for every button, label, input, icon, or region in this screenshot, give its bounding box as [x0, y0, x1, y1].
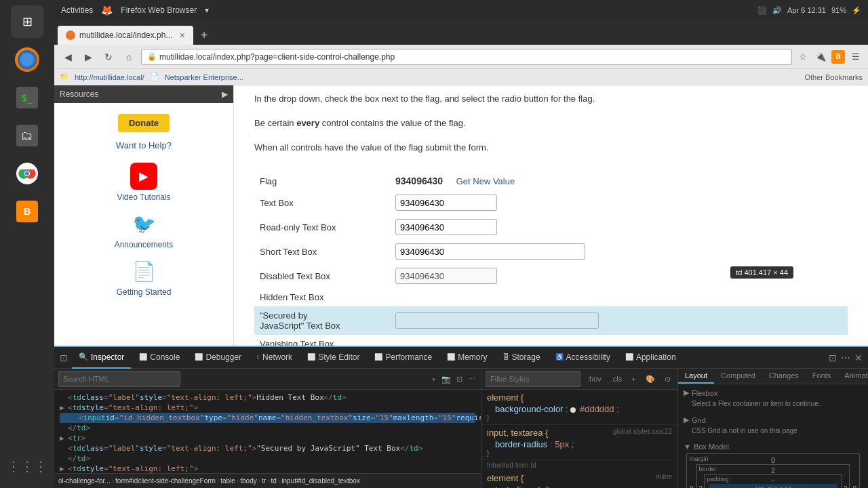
devtools-tab-application[interactable]: ⬜ Application [618, 347, 683, 369]
bookmark-star-icon[interactable]: ☆ [796, 50, 810, 64]
devtools-tab-network[interactable]: ↕ Network [250, 347, 299, 369]
bookmark-netsparker[interactable]: Netsparker Enterprise... [165, 73, 243, 81]
new-tab-btn[interactable]: + [195, 26, 214, 45]
html-line-1[interactable]: <td class="label" style="text-align: lef… [60, 392, 475, 403]
layout-tab-layout[interactable]: Layout [678, 369, 714, 384]
css-hov-btn[interactable]: :hov [585, 373, 604, 384]
screenshot-icon[interactable]: 📷 [440, 373, 452, 385]
breadcrumb-item-6[interactable]: input#id_disabled_textbox [281, 477, 360, 485]
margin-middle-row: 0 border 2 2 padding - [690, 464, 856, 488]
devtools-tab-debugger[interactable]: ⬜ Debugger [188, 347, 248, 369]
search-options-icon[interactable]: ⋯ [467, 373, 477, 385]
resources-header[interactable]: Resources ▶ [54, 85, 233, 103]
css-color-btn[interactable]: 🎨 [643, 373, 658, 385]
html-line-5[interactable]: ▶ <tr> [60, 433, 475, 443]
css-source-inline: inline [656, 473, 672, 481]
layout-tab-changes[interactable]: Changes [762, 369, 806, 384]
devtools-tab-console[interactable]: ⬜ Console [132, 347, 186, 369]
taskbar-files[interactable]: 🗂 [11, 119, 43, 152]
taskbar-burp[interactable]: B [11, 195, 43, 228]
taskbar-terminal2[interactable]: $_ [11, 81, 43, 114]
html-line-6[interactable]: <td class="label" style="text-align: lef… [60, 443, 475, 453]
devtools-tab-performance[interactable]: ⬜ Performance [368, 347, 439, 369]
devtools-tab-storage[interactable]: 🗄 Storage [496, 347, 547, 369]
css-more-btn[interactable]: ⊙ [662, 373, 673, 385]
layout-tab-fonts[interactable]: Fonts [806, 369, 838, 384]
css-filter-input[interactable] [486, 371, 580, 387]
hidden-row: Hidden Text Box [254, 288, 848, 306]
address-bar[interactable]: 🔒 mutillidae.local/index.php?page=client… [141, 49, 792, 65]
layout-tab-animat[interactable]: Animat... [837, 369, 868, 384]
activities-label[interactable]: Activities [61, 5, 93, 15]
padding-box: padding - - 101.417 × 17 - [704, 474, 842, 488]
storage-icon: 🗄 [502, 353, 509, 361]
readonly-label: Read-only Text Box [254, 215, 390, 239]
breadcrumb-item-4[interactable]: tr [262, 477, 266, 485]
textbox-input[interactable] [395, 195, 497, 211]
reload-btn[interactable]: ↻ [100, 49, 117, 65]
back-btn[interactable]: ◀ [60, 49, 76, 65]
breadcrumb-item-3[interactable]: tbody [240, 477, 256, 485]
browser-dropdown-icon[interactable]: ▾ [205, 5, 209, 15]
html-line-4[interactable]: </td> [60, 423, 475, 433]
instruction3: When all controls have the value of the … [254, 141, 848, 155]
forward-btn[interactable]: ▶ [80, 49, 96, 65]
margin-row-top: 0 [690, 457, 856, 464]
menu-icon[interactable]: ☰ [849, 50, 863, 64]
breadcrumb-item-2[interactable]: table [220, 477, 235, 485]
announcements-section[interactable]: 🐦 Announcements [54, 206, 233, 253]
short-text-input[interactable] [395, 243, 585, 260]
console-icon: ⬜ [139, 353, 147, 361]
css-add-btn[interactable]: + [629, 373, 638, 384]
short-text-label: Short Text Box [254, 239, 390, 264]
devtools-responsive-icon[interactable]: ⊡ [829, 352, 837, 363]
readonly-input[interactable] [395, 219, 497, 235]
flexbox-label: Flexbox [692, 389, 718, 397]
home-btn[interactable]: ⌂ [121, 49, 137, 65]
html-search-input[interactable] [58, 371, 180, 387]
devtools-tab-styleeditor[interactable]: ⬜ Style Editor [300, 347, 366, 369]
color-swatch-1[interactable] [570, 407, 576, 413]
readonly-row: Read-only Text Box [254, 215, 848, 239]
box-model-section: ▼ Box Model margin 0 0 [678, 439, 868, 488]
bookmark-mutillidae[interactable]: http://mutillidae.local/ [75, 73, 144, 81]
taskbar-terminal[interactable]: ⊞ [11, 5, 43, 38]
pick-element-icon[interactable]: ⊡ [455, 373, 464, 385]
extension-icon[interactable]: 🔌 [814, 50, 827, 64]
donate-btn[interactable]: Donate [118, 114, 170, 132]
video-tutorials-section[interactable]: ▶ Video Tutorials [54, 159, 233, 206]
layout-tab-computed[interactable]: Computed [714, 369, 762, 384]
breadcrumb-item-5[interactable]: td [271, 477, 277, 485]
devtools-tab-memory[interactable]: ⬜ Memory [440, 347, 494, 369]
html-line-2[interactable]: ▶ <td style="text-align: left;" > [60, 403, 475, 413]
add-node-icon[interactable]: + [431, 373, 437, 385]
html-line-8[interactable]: ▶ <td style="text-align: left;" > [60, 464, 475, 473]
getting-started-section[interactable]: 📄 Getting Started [54, 253, 233, 301]
taskbar-firefox[interactable] [11, 43, 43, 76]
devtools-close-icon[interactable]: ✕ [854, 352, 863, 363]
taskbar-menu[interactable]: ⋮⋮⋮ [11, 450, 43, 483]
html-line-7[interactable]: </td> [60, 453, 475, 464]
devtools-settings-icon[interactable]: ⋯ [841, 352, 850, 363]
box-model-header[interactable]: ▼ Box Model [684, 443, 863, 451]
breadcrumb-item-0[interactable]: ol-challenge-for... [58, 477, 111, 485]
browser-tab[interactable]: mutillidae.local/index.ph... × [58, 26, 193, 45]
other-bookmarks-label[interactable]: Other Bookmarks [804, 73, 863, 81]
devtools-inspect-icon[interactable]: ⊡ [60, 352, 68, 363]
vanishing-label: Vanishing Text Box [254, 335, 390, 346]
flexbox-header[interactable]: ▶ Flexbox [684, 388, 863, 397]
tab-close-btn[interactable]: × [180, 30, 185, 41]
breadcrumb-item-1[interactable]: form#idclient-side-challengeForm [115, 477, 216, 485]
grid-label: Grid [692, 416, 706, 424]
taskbar-chrome[interactable] [11, 157, 43, 190]
devtools-tab-accessibility[interactable]: ♿ Accessibility [549, 347, 617, 369]
get-new-value-link[interactable]: Get New Value [456, 176, 515, 186]
html-line-3[interactable]: <input id="id_hidden_textbox" type="hidd… [60, 413, 475, 423]
devtools-tab-inspector[interactable]: 🔍 Inspector [72, 347, 131, 369]
css-cls-btn[interactable]: .cls [608, 373, 625, 384]
secured-input[interactable] [395, 312, 599, 329]
css-toolbar: :hov .cls + 🎨 ⊙ [481, 369, 677, 390]
burpsuite-icon[interactable]: B [831, 50, 845, 64]
grid-header[interactable]: ▶ Grid [684, 415, 863, 424]
disabled-input[interactable] [395, 268, 497, 284]
